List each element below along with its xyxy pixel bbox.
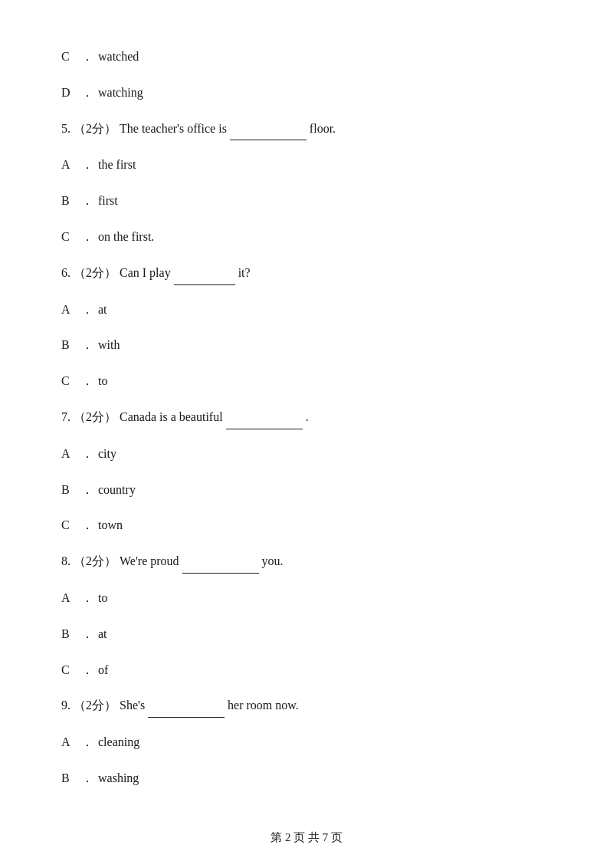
blank [226, 406, 303, 429]
option-text: the first [98, 154, 136, 176]
option-text: cleaning [98, 732, 139, 754]
blank [230, 118, 306, 141]
question-7: 7. （2分） Canada is a beautiful . [61, 406, 552, 429]
option-letter: D [61, 82, 77, 104]
option-letter: C [61, 226, 77, 248]
option-letter: C [61, 515, 77, 537]
option-c-of: C ． of [61, 659, 552, 682]
dot: ． [81, 370, 93, 393]
option-text: watching [98, 82, 143, 104]
option-text: first [98, 190, 118, 212]
option-text: at [98, 299, 107, 321]
option-text: of [98, 659, 108, 682]
option-a-at: A ． at [61, 299, 552, 321]
question-text-before: Can I play [120, 262, 171, 284]
option-letter: B [61, 768, 77, 790]
dot: ． [81, 334, 93, 357]
option-letter: C [61, 370, 77, 393]
blank [148, 695, 225, 718]
option-a-cleaning: A ． cleaning [61, 732, 552, 754]
option-c-watched: C ． watched [61, 46, 552, 68]
option-a-city: A ． city [61, 443, 552, 465]
question-score: （2分） [74, 406, 116, 429]
dot: ． [81, 46, 93, 68]
option-b-at: B ． at [61, 623, 552, 646]
option-a-the-first: A ． the first [61, 154, 552, 176]
dot: ． [81, 623, 93, 646]
option-text: town [98, 515, 123, 537]
option-letter: A [61, 299, 77, 321]
option-letter: A [61, 154, 77, 176]
question-score: （2分） [74, 118, 116, 140]
option-letter: C [61, 46, 77, 68]
dot: ． [81, 190, 93, 212]
page-footer: 第 2 页 共 7 页 [0, 830, 613, 845]
option-letter: A [61, 587, 77, 610]
question-score: （2分） [74, 695, 116, 717]
question-text-after: it? [238, 262, 251, 284]
option-text: to [98, 370, 107, 393]
question-text-before: The teacher's office is [120, 118, 227, 140]
question-score: （2分） [74, 551, 116, 573]
dot: ． [81, 479, 93, 501]
option-c-to: C ． to [61, 370, 552, 393]
question-text-after: . [306, 406, 309, 429]
question-8: 8. （2分） We're proud you. [61, 551, 552, 574]
option-letter: B [61, 334, 77, 357]
question-number: 7. [61, 406, 70, 429]
dot: ． [81, 226, 93, 248]
blank [182, 551, 259, 574]
option-text: to [98, 587, 107, 610]
dot: ． [81, 587, 93, 610]
option-text: with [98, 334, 120, 357]
page-content: C ． watched D ． watching 5. （2分） The tea… [0, 0, 613, 850]
option-a-to: A ． to [61, 587, 552, 610]
question-text-before: We're proud [120, 551, 179, 573]
question-number: 8. [61, 551, 70, 573]
question-text-after: floor. [310, 118, 336, 140]
option-text: watched [98, 46, 139, 68]
option-text: on the first. [98, 226, 154, 248]
option-d-watching: D ． watching [61, 82, 552, 104]
option-text: city [98, 443, 116, 465]
question-number: 9. [61, 695, 70, 717]
option-b-first: B ． first [61, 190, 552, 212]
question-score: （2分） [74, 262, 116, 284]
option-letter: A [61, 443, 77, 465]
dot: ． [81, 299, 93, 321]
option-text: country [98, 479, 136, 501]
question-number: 6. [61, 262, 70, 284]
option-c-on-the-first: C ． on the first. [61, 226, 552, 248]
question-9: 9. （2分） She's her room now. [61, 695, 552, 718]
dot: ． [81, 659, 93, 682]
question-text-before: Canada is a beautiful [120, 406, 223, 429]
option-letter: B [61, 190, 77, 212]
option-letter: C [61, 659, 77, 682]
question-text-after: you. [262, 551, 284, 573]
option-b-country: B ． country [61, 479, 552, 501]
question-text-after: her room now. [228, 695, 299, 717]
option-b-with: B ． with [61, 334, 552, 357]
option-b-washing: B ． washing [61, 768, 552, 790]
dot: ． [81, 515, 93, 537]
option-letter: B [61, 623, 77, 646]
blank [174, 262, 235, 285]
question-5: 5. （2分） The teacher's office is floor. [61, 118, 552, 141]
option-text: at [98, 623, 107, 646]
footer-text: 第 2 页 共 7 页 [270, 831, 343, 843]
option-text: washing [98, 768, 139, 790]
dot: ． [81, 82, 93, 104]
question-text-before: She's [120, 695, 145, 717]
dot: ． [81, 768, 93, 790]
option-c-town: C ． town [61, 515, 552, 537]
option-letter: A [61, 732, 77, 754]
question-number: 5. [61, 118, 70, 140]
dot: ． [81, 443, 93, 465]
question-6: 6. （2分） Can I play it? [61, 262, 552, 285]
dot: ． [81, 732, 93, 754]
option-letter: B [61, 479, 77, 501]
dot: ． [81, 154, 93, 176]
